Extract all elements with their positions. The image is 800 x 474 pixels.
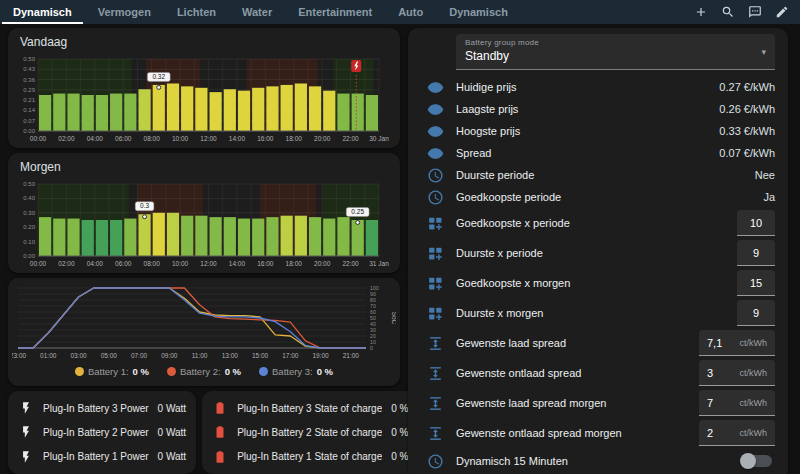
svg-text:60: 60 xyxy=(370,309,376,315)
entity-row[interactable]: Gewenste laad spread7,1ct/kWh xyxy=(416,328,775,358)
svg-text:22:00: 22:00 xyxy=(342,260,359,267)
assist-icon[interactable] xyxy=(747,4,763,20)
number-input[interactable]: 2ct/kWh xyxy=(699,420,775,446)
edit-icon[interactable] xyxy=(774,4,790,20)
svg-text:0.29: 0.29 xyxy=(23,87,35,93)
svg-text:10: 10 xyxy=(370,339,376,345)
svg-text:07:00: 07:00 xyxy=(131,352,148,359)
tile-row[interactable]: Plug-In Battery 2 Power0 Watt xyxy=(18,421,186,444)
eye-icon xyxy=(423,123,447,140)
svg-text:0.3: 0.3 xyxy=(140,202,149,209)
row-value: 0.07 €/kWh xyxy=(719,147,775,159)
price-bar-chart-tomorrow[interactable]: 0.000.100.200.300.400.5000:0002:0004:000… xyxy=(12,177,396,269)
svg-text:14:00: 14:00 xyxy=(229,260,246,267)
legend-dot xyxy=(167,367,176,376)
legend-value: 0 % xyxy=(225,366,241,377)
row-label: Gewenste laad spread morgen xyxy=(456,397,699,409)
tab-vermogen-1[interactable]: Vermogen xyxy=(85,0,164,24)
number-input[interactable]: 15 xyxy=(737,270,775,296)
tile-row[interactable]: Plug-In Battery 1 Power0 Watt xyxy=(18,445,186,468)
tab-auto-5[interactable]: Auto xyxy=(385,0,436,24)
soc-line-chart[interactable]: 010203040506070809010023:0001:0003:0005:… xyxy=(12,283,396,361)
entity-row[interactable]: Goedkoopste periodeJa xyxy=(416,186,775,208)
battery-charge-card: Plug-In Battery 3 State of charge0 %Plug… xyxy=(202,391,418,474)
number-input[interactable]: 3ct/kWh xyxy=(699,360,775,386)
entity-row[interactable]: Gewenste laad spread morgen7ct/kWh xyxy=(416,388,775,418)
entity-rows: Huidige prijs0.27 €/kWhLaagste prijs0.26… xyxy=(416,76,775,474)
plus-icon[interactable] xyxy=(693,4,709,20)
svg-text:13:00: 13:00 xyxy=(222,352,239,359)
entity-row[interactable]: Goedkoopste x morgen15 xyxy=(416,268,775,298)
legend-label: Battery 2: xyxy=(180,366,221,377)
svg-text:05:00: 05:00 xyxy=(101,352,118,359)
entity-row[interactable]: Duurste x morgen9 xyxy=(416,298,775,328)
row-label: Duurste x morgen xyxy=(456,307,737,319)
battery-group-mode-select[interactable]: Battery group mode Standby ▾ xyxy=(456,34,775,70)
svg-text:0.43: 0.43 xyxy=(23,66,35,72)
price-bar-chart-today[interactable]: 0.000.070.140.210.290.360.430.5000:0002:… xyxy=(12,52,396,144)
legend-label: Battery 3: xyxy=(272,366,313,377)
svg-text:04:00: 04:00 xyxy=(87,260,104,267)
svg-text:23:00: 23:00 xyxy=(12,352,27,359)
bolt-icon xyxy=(18,400,34,416)
svg-text:10:00: 10:00 xyxy=(172,260,189,267)
svg-text:11:00: 11:00 xyxy=(192,352,208,359)
tab-water-3[interactable]: Water xyxy=(229,0,285,24)
entity-row[interactable]: Dynamisch 15 Minuten xyxy=(416,448,775,474)
input-value: 9 xyxy=(753,247,759,259)
spread-icon xyxy=(423,395,447,412)
counter-icon xyxy=(423,245,447,262)
tile-row[interactable]: Plug-In Battery 3 Power0 Watt xyxy=(18,397,186,420)
svg-text:0: 0 xyxy=(370,345,373,351)
input-unit: ct/kWh xyxy=(739,368,767,378)
eye-icon xyxy=(423,145,447,162)
entity-row[interactable]: Laagste prijs0.26 €/kWh xyxy=(416,98,775,120)
svg-text:0.14: 0.14 xyxy=(23,107,35,113)
tab-dynamisch-6[interactable]: Dynamisch xyxy=(436,0,521,24)
number-input[interactable]: 9 xyxy=(737,240,775,266)
svg-text:06:00: 06:00 xyxy=(115,135,132,142)
soc-chart-legend: Battery 1: 0 %Battery 2: 0 %Battery 3: 0… xyxy=(8,361,400,381)
row-label: Goedkoopste x morgen xyxy=(456,277,737,289)
svg-text:20:00: 20:00 xyxy=(314,260,331,267)
entity-row[interactable]: Duurste periodeNee xyxy=(416,164,775,186)
entity-row[interactable]: Gewenste ontlaad spread morgen2ct/kWh xyxy=(416,418,775,448)
legend-item-battery-3[interactable]: Battery 3: 0 % xyxy=(259,366,333,377)
legend-item-battery-2[interactable]: Battery 2: 0 % xyxy=(167,366,241,377)
tile-value: 0 % xyxy=(391,403,408,414)
row-label: Dynamisch 15 Minuten xyxy=(456,455,742,467)
entity-row[interactable]: Hoogste prijs0.33 €/kWh xyxy=(416,120,775,142)
tab-entertainment-4[interactable]: Entertainment xyxy=(285,0,385,24)
input-value: 2 xyxy=(707,427,713,439)
entity-row[interactable]: Goedkoopste x periode10 xyxy=(416,208,775,238)
counter-icon xyxy=(423,275,447,292)
svg-text:0.10: 0.10 xyxy=(23,239,35,245)
tile-row[interactable]: Plug-In Battery 3 State of charge0 % xyxy=(212,397,408,420)
battery-icon xyxy=(212,400,228,416)
number-input[interactable]: 9 xyxy=(737,300,775,326)
number-input[interactable]: 7ct/kWh xyxy=(699,390,775,416)
tab-dynamisch-0[interactable]: Dynamisch xyxy=(0,0,85,24)
legend-dot xyxy=(75,367,84,376)
entity-row[interactable]: Huidige prijs0.27 €/kWh xyxy=(416,76,775,98)
row-label: Huidige prijs xyxy=(456,81,719,93)
soc-history-card: 010203040506070809010023:0001:0003:0005:… xyxy=(8,278,400,386)
entity-row[interactable]: Spread0.07 €/kWh xyxy=(416,142,775,164)
row-label: Duurste x periode xyxy=(456,247,737,259)
svg-text:14:00: 14:00 xyxy=(229,135,246,142)
battery-power-card: Plug-In Battery 3 Power0 WattPlug-In Bat… xyxy=(8,391,196,474)
number-input[interactable]: 10 xyxy=(737,210,775,236)
legend-value: 0 % xyxy=(317,366,333,377)
legend-item-battery-1[interactable]: Battery 1: 0 % xyxy=(75,366,149,377)
number-input[interactable]: 7,1ct/kWh xyxy=(699,330,775,356)
tab-lichten-2[interactable]: Lichten xyxy=(164,0,229,24)
entity-row[interactable]: Duurste x periode9 xyxy=(416,238,775,268)
tile-row[interactable]: Plug-In Battery 1 State of charge0 % xyxy=(212,445,408,468)
toggle-knob xyxy=(740,453,756,469)
svg-text:17:00: 17:00 xyxy=(282,352,299,359)
entity-row[interactable]: Gewenste ontlaad spread3ct/kWh xyxy=(416,358,775,388)
tile-row[interactable]: Plug-In Battery 2 State of charge0 % xyxy=(212,421,408,444)
svg-text:06:00: 06:00 xyxy=(115,260,132,267)
toggle-switch[interactable] xyxy=(742,455,772,467)
search-icon[interactable] xyxy=(720,4,736,20)
